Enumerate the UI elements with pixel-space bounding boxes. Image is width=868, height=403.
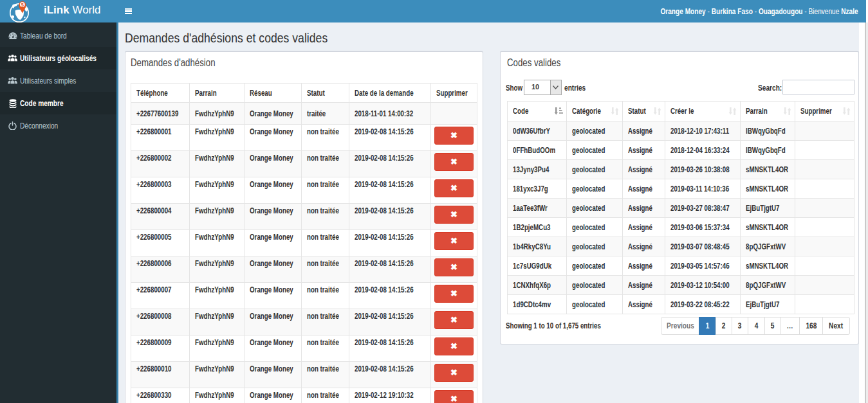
svg-text:$: $: [21, 2, 24, 8]
